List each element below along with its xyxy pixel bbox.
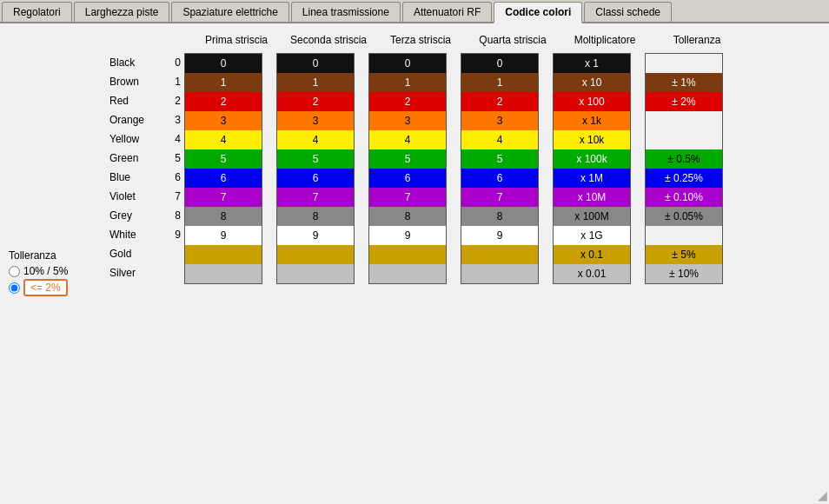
label-column: Black0Brown1Red2Orange3Yellow4Green5Blue…	[106, 53, 184, 282]
multiplier-col: x 1x 10x 100x 1kx 10kx 100kx 1Mx 10Mx 10…	[553, 53, 631, 284]
tolleranza-section: Tolleranza 10% / 5% <= 2%	[9, 249, 68, 298]
tol-cell-silver: ± 10%	[646, 264, 722, 283]
color-num-grey: 8	[165, 209, 181, 222]
strip4-cell-silver	[461, 264, 538, 283]
color-num-blue: 6	[165, 171, 181, 183]
tab-linea-trasmissione[interactable]: Linea trasmissione	[291, 2, 401, 22]
tol-cell-white	[646, 226, 722, 245]
col-header-prima-striscia: Prima striscia	[197, 34, 275, 46]
strip-col-1: 0123456789	[184, 53, 262, 284]
radio-10-5-input[interactable]	[9, 266, 20, 277]
strip1-cell-gold	[185, 245, 262, 264]
mult-cell-red: x 100	[554, 92, 630, 111]
strip1-cell-grey: 8	[185, 207, 262, 226]
color-num-brown: 1	[165, 76, 181, 88]
strip3-cell-red: 2	[369, 92, 446, 111]
column-headers: Prima strisciaSeconda strisciaTerza stri…	[197, 34, 736, 46]
mult-cell-silver: x 0.01	[554, 264, 630, 283]
tol-cell-violet: ± 0.10%	[646, 188, 722, 207]
color-num-white: 9	[165, 229, 181, 241]
strip3-cell-blue: 6	[369, 169, 446, 188]
tol-cell-gold: ± 5%	[646, 245, 722, 264]
strip1-cell-brown: 1	[185, 73, 262, 92]
label-row-yellow: Yellow4	[106, 129, 184, 149]
strip-col-3: 0123456789	[368, 53, 447, 284]
strip1-cell-violet: 7	[185, 188, 262, 207]
tab-codice-colori[interactable]: Codice colori	[494, 2, 582, 23]
col-header-terza-striscia: Terza striscia	[381, 34, 460, 46]
mult-cell-orange: x 1k	[554, 111, 630, 130]
strip2-cell-red: 2	[277, 92, 354, 111]
label-row-orange: Orange3	[106, 110, 184, 129]
strip3-cell-gold	[369, 245, 446, 264]
resize-corner: ◢	[818, 488, 827, 502]
color-name-silver: Silver	[109, 267, 165, 279]
strip1-cell-green: 5	[185, 149, 262, 169]
tol-cell-red: ± 2%	[646, 92, 722, 111]
color-name-brown: Brown	[109, 76, 165, 88]
mult-cell-gold: x 0.1	[554, 245, 630, 264]
label-row-violet: Violet7	[106, 187, 184, 206]
tol-cell-black	[646, 54, 722, 73]
mult-cell-grey: x 100M	[554, 207, 630, 226]
strip1-cell-yellow: 4	[185, 130, 262, 149]
strip2-cell-white: 9	[277, 226, 354, 245]
mult-cell-white: x 1G	[554, 226, 630, 245]
radio-2-input[interactable]	[9, 282, 20, 294]
radio-2[interactable]: <= 2%	[9, 279, 68, 296]
strip4-cell-brown: 1	[461, 73, 538, 92]
color-name-gold: Gold	[109, 248, 165, 260]
color-name-black: Black	[109, 56, 165, 69]
strip3-cell-black: 0	[369, 54, 446, 73]
mult-cell-green: x 100k	[554, 149, 630, 169]
color-num-black: 0	[165, 56, 181, 69]
radio-10-5[interactable]: 10% / 5%	[9, 265, 68, 277]
tol-cell-brown: ± 1%	[646, 73, 722, 92]
mult-cell-yellow: x 10k	[554, 130, 630, 149]
strip2-cell-brown: 1	[277, 73, 354, 92]
strip3-cell-yellow: 4	[369, 130, 446, 149]
strip4-cell-green: 5	[461, 149, 538, 169]
strip2-cell-green: 5	[277, 149, 354, 169]
mult-cell-black: x 1	[554, 54, 630, 73]
label-row-black: Black0	[106, 53, 184, 72]
strip2-cell-yellow: 4	[277, 130, 354, 149]
color-name-blue: Blue	[109, 171, 165, 183]
tab-regolatori[interactable]: Regolatori	[2, 2, 72, 22]
tol-cell-green: ± 0.5%	[646, 149, 722, 169]
strip2-cell-silver	[277, 264, 354, 283]
strip4-cell-orange: 3	[461, 111, 538, 130]
strip4-cell-black: 0	[461, 54, 538, 73]
label-row-brown: Brown1	[106, 72, 184, 91]
strip4-cell-grey: 8	[461, 207, 538, 226]
strip4-cell-violet: 7	[461, 188, 538, 207]
color-num-orange: 3	[165, 114, 181, 126]
tol-cell-orange	[646, 111, 722, 130]
strip4-cell-red: 2	[461, 92, 538, 111]
tolerance-col: ± 1%± 2%± 0.5%± 0.25%± 0.10%± 0.05%± 5%±…	[645, 53, 723, 284]
color-num-yellow: 4	[165, 133, 181, 145]
strip3-cell-orange: 3	[369, 111, 446, 130]
strip3-cell-silver	[369, 264, 446, 283]
strip2-cell-gold	[277, 245, 354, 264]
col-header-tolleranza: Tolleranza	[658, 34, 736, 46]
strip4-cell-white: 9	[461, 226, 538, 245]
tab-spaziature-elettriche[interactable]: Spaziature elettriche	[171, 2, 288, 22]
strip1-cell-orange: 3	[185, 111, 262, 130]
tab-classi-schede[interactable]: Classi schede	[584, 2, 672, 22]
label-row-blue: Blue6	[106, 168, 184, 187]
label-row-white: White9	[106, 225, 184, 244]
strip4-cell-blue: 6	[461, 169, 538, 188]
color-name-violet: Violet	[109, 190, 165, 202]
tab-attenuatori-rf[interactable]: Attenuatori RF	[402, 2, 492, 22]
strip3-cell-brown: 1	[369, 73, 446, 92]
label-row-silver: Silver	[106, 263, 184, 282]
mult-cell-brown: x 10	[554, 73, 630, 92]
color-num-green: 5	[165, 152, 181, 164]
color-num-violet: 7	[165, 190, 181, 202]
color-name-grey: Grey	[109, 209, 165, 222]
tab-larghezza-piste[interactable]: Larghezza piste	[74, 2, 170, 22]
strip1-cell-black: 0	[185, 54, 262, 73]
strip2-cell-violet: 7	[277, 188, 354, 207]
col-header-moltiplicatore: Moltiplicatore	[566, 34, 644, 46]
